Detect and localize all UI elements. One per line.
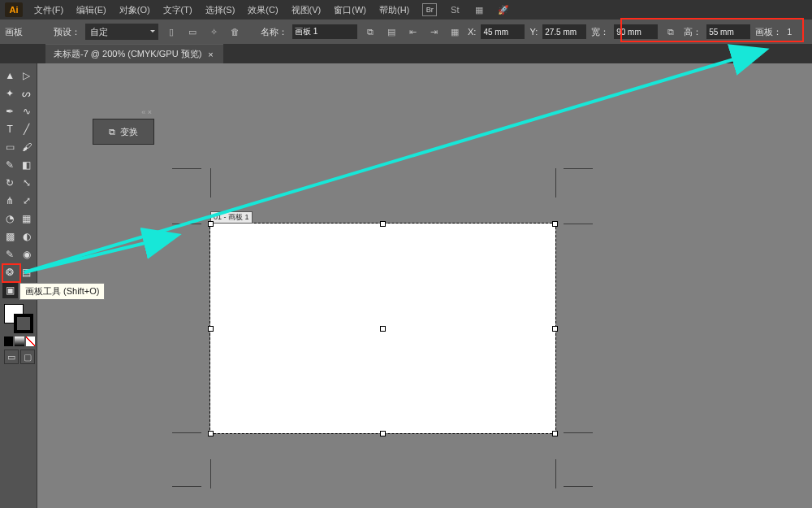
gradient-tool[interactable]: ◐ — [19, 228, 35, 245]
line-tool[interactable]: ╱ — [19, 121, 35, 137]
w-input[interactable] — [614, 24, 658, 39]
selection-tool[interactable]: ▲ — [2, 67, 18, 84]
eyedropper-tool[interactable]: ✎ — [2, 246, 18, 263]
handle-br[interactable] — [552, 431, 558, 436]
panel-label: 画板 — [5, 26, 23, 38]
menu-help[interactable]: 帮助(H) — [374, 1, 414, 20]
reference-point-icon[interactable]: ▦ — [447, 24, 463, 40]
x-input[interactable] — [481, 24, 525, 39]
handle-b[interactable] — [380, 431, 386, 436]
artboard-tool[interactable]: ▣ — [2, 282, 18, 298]
handle-t[interactable] — [380, 221, 386, 227]
gpu-info-icon[interactable]: 🚀 — [495, 2, 512, 17]
rotate-tool[interactable]: ↻ — [2, 175, 18, 191]
work-area: ▲▷ ✦ᔕ ✒∿ T╱ ▭🖌 ✎◧ ↻⤡ ⋔⤢ ◔▦ ▩◐ ✎◉ ❂▤ ▣✂ ▭… — [0, 63, 812, 508]
preset-dropdown[interactable]: 自定 — [85, 24, 158, 40]
eraser-tool[interactable]: ◧ — [19, 157, 35, 173]
artboard-label[interactable]: 01 - 画板 1 — [210, 211, 253, 224]
pen-tool[interactable]: ✒ — [2, 103, 18, 119]
document-tab[interactable]: 未标题-7 @ 200% (CMYK/GPU 预览) × — [45, 44, 223, 63]
width-tool[interactable]: ⋔ — [2, 193, 18, 209]
x-label: X: — [468, 27, 476, 37]
mesh-tool[interactable]: ▩ — [2, 228, 18, 245]
control-bar: 画板 预设： 自定 ▯ ▭ ✧ 🗑 名称： ⧉ ▤ ⇤ ⇥ ▦ X: Y: 宽：… — [0, 20, 812, 44]
menu-bar: Ai 文件(F) 编辑(E) 对象(O) 文字(T) 选择(S) 效果(C) 视… — [0, 0, 812, 20]
menu-effect[interactable]: 效果(C) — [243, 1, 283, 20]
symbol-sprayer-tool[interactable]: ❂ — [2, 264, 18, 280]
transform-panel[interactable]: « × ⧉ 变换 — [93, 119, 154, 145]
crop-mark — [172, 168, 201, 169]
free-transform-tool[interactable]: ⤢ — [19, 193, 35, 209]
orientation-landscape-icon[interactable]: ▭ — [184, 24, 201, 40]
top-right-tools: St ▦ 🚀 — [447, 2, 512, 17]
brush-tool[interactable]: 🖌 — [19, 139, 35, 155]
direct-selection-tool[interactable]: ▷ — [19, 67, 35, 84]
type-tool[interactable]: T — [2, 121, 18, 137]
bridge-button[interactable]: Br — [422, 3, 437, 16]
blend-tool[interactable]: ◉ — [19, 246, 35, 263]
document-tab-title: 未标题-7 @ 200% (CMYK/GPU 预览) — [54, 48, 201, 60]
menu-object[interactable]: 对象(O) — [114, 1, 155, 20]
stroke-swatch[interactable] — [14, 314, 33, 333]
crop-mark — [564, 168, 593, 169]
preset-label: 预设： — [54, 26, 80, 38]
fill-stroke-swatches[interactable] — [4, 304, 33, 333]
h-input[interactable] — [706, 24, 750, 39]
draw-normal-icon[interactable]: ▭ — [4, 350, 19, 364]
link-wh-icon[interactable]: ⧉ — [663, 24, 679, 40]
arrange-docs-icon[interactable]: ▦ — [471, 2, 487, 17]
crop-mark — [564, 432, 593, 433]
close-tab-icon[interactable]: × — [206, 50, 214, 59]
handle-c[interactable] — [380, 326, 386, 332]
screen-mode-row: ▭ ▢ — [4, 350, 35, 364]
preset-value: 自定 — [90, 26, 108, 38]
handle-tl[interactable] — [208, 221, 214, 227]
handle-r[interactable] — [552, 326, 558, 332]
h-label: 高： — [684, 26, 702, 38]
crop-mark — [564, 486, 593, 487]
align-right-icon[interactable]: ⇥ — [425, 24, 442, 40]
color-mode-none[interactable] — [26, 336, 35, 346]
color-mode-row — [4, 336, 35, 346]
name-label: 名称： — [261, 26, 287, 38]
handle-tr[interactable] — [552, 221, 558, 227]
orientation-portrait-icon[interactable]: ▯ — [163, 24, 179, 40]
new-artboard-icon[interactable]: ✧ — [205, 24, 222, 40]
artboard-index-label: 画板： — [755, 26, 782, 38]
menu-edit[interactable]: 编辑(E) — [71, 1, 111, 20]
perspective-tool[interactable]: ▦ — [19, 211, 35, 227]
magic-wand-tool[interactable]: ✦ — [2, 85, 18, 102]
handle-l[interactable] — [208, 326, 214, 332]
crop-mark — [210, 168, 211, 198]
menu-view[interactable]: 视图(V) — [287, 1, 326, 20]
panel-collapse-icon[interactable]: « × — [141, 108, 152, 116]
shape-builder-tool[interactable]: ◔ — [2, 211, 18, 227]
document-tab-bar: 未标题-7 @ 200% (CMYK/GPU 预览) × — [0, 44, 812, 63]
color-mode-fill[interactable] — [4, 336, 13, 346]
menu-select[interactable]: 选择(S) — [201, 1, 240, 20]
rectangle-tool[interactable]: ▭ — [2, 139, 18, 155]
crop-mark — [555, 168, 556, 198]
menu-file[interactable]: 文件(F) — [29, 1, 68, 20]
curvature-tool[interactable]: ∿ — [19, 103, 35, 119]
move-with-artboard-icon[interactable]: ⧉ — [362, 24, 378, 40]
align-left-icon[interactable]: ⇤ — [404, 24, 421, 40]
screen-mode-icon[interactable]: ▢ — [20, 350, 35, 364]
delete-artboard-icon[interactable]: 🗑 — [227, 24, 243, 40]
scale-tool[interactable]: ⤡ — [19, 175, 35, 191]
canvas[interactable]: 01 - 画板 1 « × ⧉ 变换 — [37, 63, 812, 508]
y-label: Y: — [529, 27, 538, 37]
crop-mark — [172, 432, 201, 433]
stock-icon[interactable]: St — [447, 2, 463, 17]
name-input[interactable] — [292, 24, 357, 39]
shaper-tool[interactable]: ✎ — [2, 157, 18, 173]
menu-type[interactable]: 文字(T) — [158, 1, 197, 20]
lasso-tool[interactable]: ᔕ — [19, 85, 35, 102]
handle-bl[interactable] — [208, 431, 214, 436]
graph-tool[interactable]: ▤ — [19, 264, 35, 280]
w-label: 宽： — [591, 26, 609, 38]
color-mode-gradient[interactable] — [15, 336, 24, 346]
y-input[interactable] — [542, 24, 586, 39]
menu-window[interactable]: 窗口(W) — [329, 1, 371, 20]
artboard-options-icon[interactable]: ▤ — [383, 24, 400, 40]
